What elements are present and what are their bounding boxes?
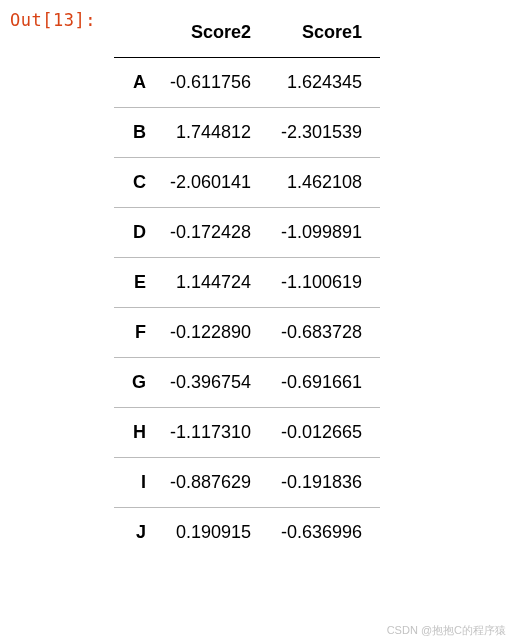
table-row: I -0.887629 -0.191836 [114,458,380,508]
row-index: B [114,108,158,158]
cell-value: -0.122890 [158,308,269,358]
row-index: H [114,408,158,458]
table-row: G -0.396754 -0.691661 [114,358,380,408]
watermark-text: CSDN @抱抱C的程序猿 [387,623,506,638]
output-prompt: Out[13]: [10,8,114,30]
cell-value: -0.191836 [269,458,380,508]
cell-value: 1.462108 [269,158,380,208]
table-row: D -0.172428 -1.099891 [114,208,380,258]
cell-value: -0.691661 [269,358,380,408]
cell-value: -1.100619 [269,258,380,308]
table-row: B 1.744812 -2.301539 [114,108,380,158]
row-index: D [114,208,158,258]
table-row: F -0.122890 -0.683728 [114,308,380,358]
row-index: J [114,508,158,558]
row-index: F [114,308,158,358]
jupyter-output-cell: Out[13]: Score2 Score1 A -0.611756 1.624… [0,0,518,565]
table-header-row: Score2 Score1 [114,8,380,58]
table-row: A -0.611756 1.624345 [114,58,380,108]
table-row: H -1.117310 -0.012665 [114,408,380,458]
row-index: C [114,158,158,208]
dataframe-table: Score2 Score1 A -0.611756 1.624345 B 1.7… [114,8,380,557]
table-row: C -2.060141 1.462108 [114,158,380,208]
row-index: I [114,458,158,508]
row-index: E [114,258,158,308]
cell-value: -0.887629 [158,458,269,508]
column-header: Score2 [158,8,269,58]
cell-value: -0.012665 [269,408,380,458]
cell-value: -0.636996 [269,508,380,558]
row-index: G [114,358,158,408]
cell-value: 1.624345 [269,58,380,108]
cell-value: -0.172428 [158,208,269,258]
table-row: E 1.144724 -1.100619 [114,258,380,308]
cell-value: -2.301539 [269,108,380,158]
cell-value: -1.099891 [269,208,380,258]
cell-value: 0.190915 [158,508,269,558]
cell-value: -1.117310 [158,408,269,458]
cell-value: 1.144724 [158,258,269,308]
cell-value: -0.396754 [158,358,269,408]
table-row: J 0.190915 -0.636996 [114,508,380,558]
cell-value: 1.744812 [158,108,269,158]
row-index: A [114,58,158,108]
cell-value: -0.683728 [269,308,380,358]
dataframe-output: Score2 Score1 A -0.611756 1.624345 B 1.7… [114,8,508,557]
index-header [114,8,158,58]
column-header: Score1 [269,8,380,58]
cell-value: -0.611756 [158,58,269,108]
cell-value: -2.060141 [158,158,269,208]
